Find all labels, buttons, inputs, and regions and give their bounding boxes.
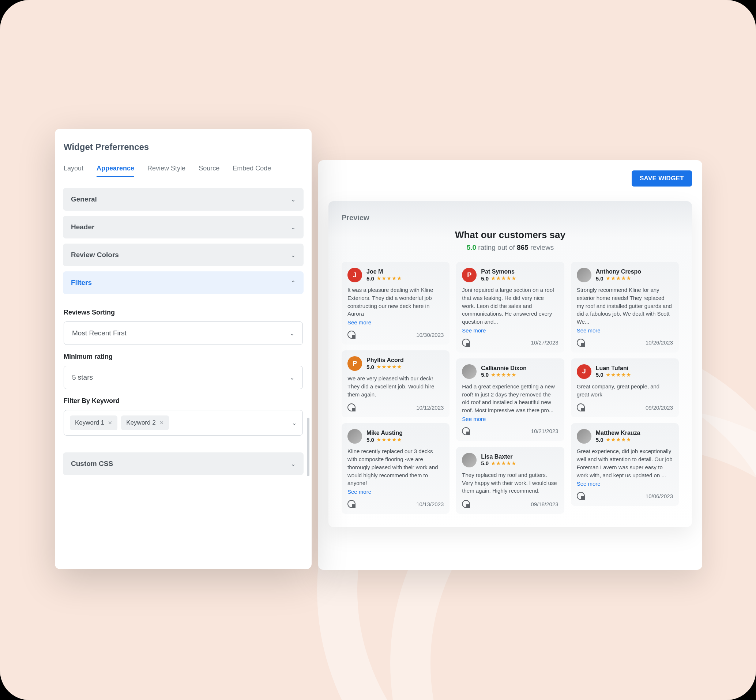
chevron-down-icon: ⌄ — [291, 224, 295, 231]
stars-icon: ★★★★★ — [376, 436, 402, 443]
review-date: 10/27/2023 — [531, 339, 559, 345]
rating-score: 5.0 — [467, 244, 476, 251]
reviewer-name: Anthony Crespo — [596, 269, 641, 275]
accordion-general[interactable]: General ⌄ — [63, 188, 303, 211]
see-more-link[interactable]: See more — [347, 489, 371, 495]
source-icon — [577, 339, 585, 347]
review-count: 865 — [517, 244, 528, 251]
chevron-down-icon: ⌄ — [291, 461, 295, 467]
review-card: Mike Austing 5.0★★★★★ Kline recently rep… — [342, 423, 450, 514]
stars-icon: ★★★★★ — [606, 436, 631, 443]
chevron-down-icon: ⌄ — [292, 419, 297, 427]
review-card: Anthony Crespo 5.0★★★★★ Strongly recomme… — [571, 262, 679, 353]
avatar: P — [347, 356, 362, 371]
keyword-filter-input[interactable]: Keyword 1✕Keyword 2✕⌄ — [64, 410, 303, 436]
accordion-filters[interactable]: Filters ⌃ — [63, 271, 303, 294]
min-rating-label: Minimum rating — [64, 353, 303, 361]
source-icon — [347, 500, 356, 508]
review-body: Joni repaired a large section on a roof … — [462, 286, 558, 326]
source-icon — [347, 403, 356, 411]
avatar — [577, 429, 591, 444]
save-widget-button[interactable]: SAVE WIDGET — [632, 170, 692, 186]
reviewer-name: Phyllis Acord — [367, 357, 404, 364]
min-rating-select[interactable]: 5 stars ⌄ — [64, 366, 303, 389]
reviewer-name: Calliannie Dixon — [481, 365, 526, 372]
chevron-up-icon: ⌃ — [291, 280, 295, 286]
remove-tag-icon[interactable]: ✕ — [108, 420, 112, 426]
review-card: P Pat Symons 5.0★★★★★ Joni repaired a la… — [456, 262, 564, 353]
review-body: It was a pleasure dealing with Kline Ext… — [347, 286, 444, 318]
review-date: 09/18/2023 — [531, 501, 559, 507]
avatar — [462, 453, 476, 467]
source-icon — [462, 500, 470, 508]
tab-source[interactable]: Source — [198, 164, 219, 177]
reviewer-name: Luan Tufani — [596, 365, 631, 372]
keyword-label: Filter By Keyword — [64, 397, 303, 405]
stars-icon: ★★★★★ — [491, 275, 516, 281]
preview-card: Preview What our customers say 5.0 ratin… — [328, 201, 692, 527]
chevron-down-icon: ⌄ — [291, 196, 295, 203]
review-card: Lisa Baxter 5.0★★★★★ They replaced my ro… — [456, 447, 564, 514]
see-more-link[interactable]: See more — [462, 327, 486, 334]
remove-tag-icon[interactable]: ✕ — [159, 420, 164, 426]
sorting-select[interactable]: Most Recent First ⌄ — [64, 322, 303, 345]
avatar: P — [462, 268, 476, 282]
reviewer-name: Joe M — [367, 269, 402, 275]
review-date: 10/13/2023 — [416, 501, 444, 507]
review-date: 10/12/2023 — [416, 405, 444, 411]
review-body: Great company, great people, and great w… — [577, 383, 673, 398]
settings-panel: Widget Preferrences LayoutAppearenceRevi… — [55, 129, 312, 569]
see-more-link[interactable]: See more — [577, 327, 601, 334]
review-body: We are very pleased with our deck! They … — [347, 375, 444, 398]
source-icon — [347, 331, 356, 339]
see-more-link[interactable]: See more — [347, 319, 371, 325]
see-more-link[interactable]: See more — [462, 416, 486, 422]
review-card: P Phyllis Acord 5.0★★★★★ We are very ple… — [342, 350, 450, 417]
tab-appearence[interactable]: Appearence — [97, 164, 134, 177]
tab-embed-code[interactable]: Embed Code — [233, 164, 271, 177]
tab-layout[interactable]: Layout — [64, 164, 83, 177]
preview-subheading: 5.0 rating out of 865 reviews — [342, 244, 679, 252]
reviewer-name: Matthew Krauza — [596, 430, 640, 436]
see-more-link[interactable]: See more — [577, 481, 601, 487]
chevron-down-icon: ⌄ — [290, 374, 294, 381]
chevron-down-icon: ⌄ — [291, 252, 295, 259]
stars-icon: ★★★★★ — [376, 364, 402, 370]
reviewer-name: Pat Symons — [481, 269, 516, 275]
accordion-custom-css[interactable]: Custom CSS ⌄ — [63, 452, 303, 475]
source-icon — [462, 427, 470, 435]
tab-review-style[interactable]: Review Style — [147, 164, 186, 177]
avatar: J — [577, 364, 591, 379]
panel-title: Widget Preferrences — [63, 142, 303, 152]
reviewer-name: Lisa Baxter — [481, 453, 516, 460]
preview-label: Preview — [342, 214, 679, 222]
review-card: J Joe M 5.0★★★★★ It was a pleasure deali… — [342, 262, 450, 345]
reviewer-name: Mike Austing — [367, 430, 403, 436]
chevron-down-icon: ⌄ — [290, 330, 294, 337]
avatar: J — [347, 268, 362, 282]
avatar — [347, 429, 362, 444]
accordion-header[interactable]: Header ⌄ — [63, 216, 303, 239]
scrollbar-thumb[interactable] — [307, 418, 309, 476]
reviews-grid: J Joe M 5.0★★★★★ It was a pleasure deali… — [342, 262, 679, 514]
review-body: They replaced my roof and gutters. Very … — [462, 471, 558, 495]
review-body: Kline recently replaced our 3 decks with… — [347, 447, 444, 487]
stars-icon: ★★★★★ — [376, 275, 402, 281]
avatar — [577, 268, 591, 282]
source-icon — [577, 492, 585, 500]
review-date: 09/20/2023 — [645, 405, 673, 411]
keyword-tag: Keyword 1✕ — [70, 416, 117, 430]
preview-heading: What our customers say — [342, 229, 679, 241]
review-date: 10/26/2023 — [645, 339, 673, 345]
accordion-review-colors[interactable]: Review Colors ⌄ — [63, 244, 303, 266]
review-card: Matthew Krauza 5.0★★★★★ Great experience… — [571, 423, 679, 506]
preview-window: SAVE WIDGET Preview What our customers s… — [318, 160, 702, 570]
review-date: 10/06/2023 — [645, 493, 673, 499]
source-icon — [462, 339, 470, 347]
review-body: Had a great experience gettting a new ro… — [462, 383, 558, 414]
review-card: J Luan Tufani 5.0★★★★★ Great company, gr… — [571, 358, 679, 418]
tabs: LayoutAppearenceReview StyleSourceEmbed … — [63, 164, 303, 177]
source-icon — [577, 403, 585, 411]
stars-icon: ★★★★★ — [491, 460, 516, 467]
keyword-tag: Keyword 2✕ — [121, 416, 169, 430]
